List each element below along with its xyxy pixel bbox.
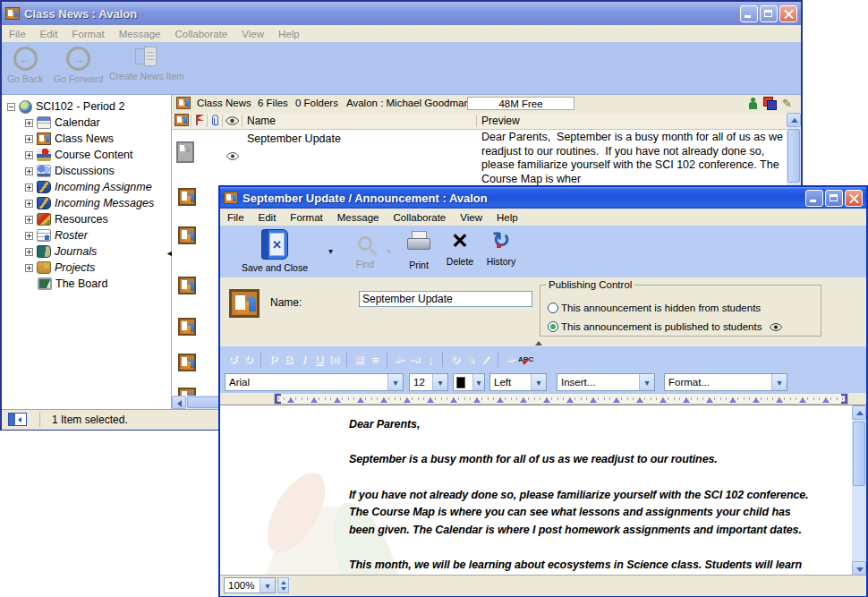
minimize-button[interactable] — [805, 190, 823, 207]
edit-pencil-icon[interactable]: ✎ — [782, 97, 792, 110]
save-and-close-button[interactable]: ✕ Save and Close — [226, 229, 324, 273]
expand-box-icon[interactable] — [25, 248, 33, 256]
editor-scroll-thumb[interactable] — [853, 422, 865, 486]
outdent-icon[interactable]: ⇤ — [392, 351, 407, 367]
alignment-select[interactable]: Left ▾ — [489, 373, 547, 391]
find-button[interactable]: Find — [345, 233, 385, 269]
tree-item-course-content[interactable]: Course Content — [25, 147, 133, 163]
list-row-september-update[interactable]: September Update Dear Parents, September… — [172, 129, 787, 186]
expand-box-icon[interactable] — [25, 135, 33, 143]
back-window-titlebar[interactable]: Class News : Avalon — [2, 2, 801, 25]
print-button[interactable]: Print — [399, 231, 438, 270]
name-input[interactable] — [359, 291, 532, 307]
bold-icon[interactable]: B — [281, 351, 296, 367]
tree-item-journals[interactable]: Journals — [25, 243, 97, 260]
item-type-column-icon[interactable] — [174, 114, 189, 126]
menu-edit[interactable]: Edit — [33, 27, 65, 41]
radio-checked-icon[interactable] — [548, 321, 558, 332]
tree-item-incoming-assignments[interactable]: Incoming Assignme — [25, 179, 152, 195]
go-back-button[interactable]: ← Go Back — [7, 47, 43, 84]
ruler[interactable] — [274, 393, 848, 405]
tree-item-the-board[interactable]: The Board — [38, 276, 107, 292]
menu-collaborate[interactable]: Collaborate — [386, 210, 453, 225]
menu-help[interactable]: Help — [489, 210, 525, 225]
underline-icon[interactable]: U — [311, 351, 327, 367]
expand-box-icon[interactable] — [25, 232, 33, 240]
menu-format[interactable]: Format — [283, 210, 329, 225]
delete-button[interactable]: ✕ Delete — [440, 228, 480, 267]
zoom-select[interactable]: 100% ▾ — [224, 577, 276, 593]
attachment-column-icon[interactable] — [212, 115, 218, 125]
close-button[interactable] — [845, 190, 863, 207]
published-column-eye-icon[interactable] — [226, 116, 239, 125]
italic-icon[interactable]: I — [296, 351, 311, 367]
menu-collaborate[interactable]: Collaborate — [167, 27, 234, 41]
tree-item-calendar[interactable]: Calendar — [25, 115, 100, 131]
undo-icon[interactable]: ↺ — [226, 351, 241, 367]
tree-item-projects[interactable]: Projects — [25, 260, 95, 276]
menu-format[interactable]: Format — [64, 27, 111, 41]
plain-style-icon[interactable]: P — [266, 351, 281, 367]
font-color-select[interactable]: ▾ — [453, 373, 485, 391]
list-item-icon[interactable] — [178, 277, 196, 294]
close-button[interactable] — [779, 5, 797, 22]
expand-box-icon[interactable] — [25, 119, 33, 127]
tree-item-class-news[interactable]: Class News — [25, 131, 114, 147]
expand-box-icon[interactable] — [25, 183, 33, 192]
bullet-list-icon[interactable]: ≡ — [367, 351, 382, 367]
pane-resize-handle[interactable] — [535, 341, 542, 345]
scroll-down-button[interactable] — [852, 561, 866, 576]
tree-item-discussions[interactable]: Discussions — [25, 163, 115, 179]
column-preview-header[interactable]: Preview — [481, 115, 520, 127]
tree-item-incoming-messages[interactable]: Incoming Messages — [25, 195, 154, 211]
scroll-up-button[interactable] — [787, 113, 801, 127]
maximize-button[interactable] — [760, 5, 778, 22]
flag-column-icon[interactable] — [195, 115, 205, 125]
indent-icon[interactable]: ⇥ — [407, 351, 422, 367]
tree-item-resources[interactable]: Resources — [25, 211, 108, 227]
spell-check-icon[interactable]: ABC ✔ — [518, 351, 533, 367]
expand-box-icon[interactable] — [25, 200, 33, 208]
message-body-editor[interactable]: Dear Parents, September is a busy month … — [220, 405, 866, 576]
radio-unchecked-icon[interactable] — [548, 303, 558, 313]
collapse-box-icon[interactable] — [7, 103, 15, 111]
who-is-online-icon[interactable] — [749, 98, 757, 109]
expand-box-icon[interactable] — [25, 264, 33, 272]
menu-file[interactable]: File — [2, 27, 33, 41]
font-family-select[interactable]: Arial ▾ — [225, 373, 404, 391]
list-item-icon[interactable] — [178, 226, 196, 244]
menu-help[interactable]: Help — [271, 27, 307, 41]
list-item-icon[interactable] — [178, 188, 196, 206]
list-item-icon[interactable] — [178, 318, 196, 336]
menu-view[interactable]: View — [453, 210, 489, 225]
zoom-spinner[interactable] — [277, 577, 289, 593]
expand-box-icon[interactable] — [25, 151, 33, 159]
strike-icon[interactable]: (s) — [327, 351, 342, 367]
scroll-up-button[interactable] — [852, 405, 866, 420]
menu-file[interactable]: File — [220, 210, 251, 225]
minimize-button[interactable] — [740, 5, 758, 22]
move-down-icon[interactable]: ↓ — [422, 351, 438, 367]
list-item-icon[interactable] — [178, 354, 196, 371]
expand-box-icon[interactable] — [25, 167, 33, 175]
insert-select[interactable]: Insert... ▾ — [557, 373, 655, 391]
column-name-header[interactable]: Name — [247, 115, 276, 127]
approve-pen-icon[interactable]: ✔ — [478, 351, 493, 367]
redo-icon[interactable]: ↻ — [241, 351, 256, 367]
workspace-icon[interactable] — [763, 97, 777, 109]
scroll-left-button[interactable] — [172, 396, 186, 409]
signature-icon[interactable]: ✒ — [503, 351, 518, 367]
save-options-dropdown-icon[interactable]: ▾ — [328, 246, 333, 256]
numbered-list-icon[interactable]: ≣ — [352, 351, 367, 367]
panel-toggle-icon[interactable] — [8, 413, 27, 426]
find-options-dropdown-icon[interactable]: ▾ — [387, 246, 391, 256]
tree-item-roster[interactable]: Roster — [25, 227, 88, 243]
maximize-button[interactable] — [825, 190, 843, 207]
history-button[interactable]: ↻ History — [480, 230, 523, 267]
tree-root-sci102[interactable]: SCI102 - Period 2 — [7, 98, 124, 115]
menu-view[interactable]: View — [234, 27, 271, 41]
expand-box-icon[interactable] — [25, 216, 33, 224]
radio-hidden-option[interactable]: This announcement is hidden from student… — [548, 303, 761, 313]
font-size-select[interactable]: 12 ▾ — [409, 373, 448, 391]
front-window-titlebar[interactable]: September Update / Announcement : Avalon — [220, 187, 866, 209]
